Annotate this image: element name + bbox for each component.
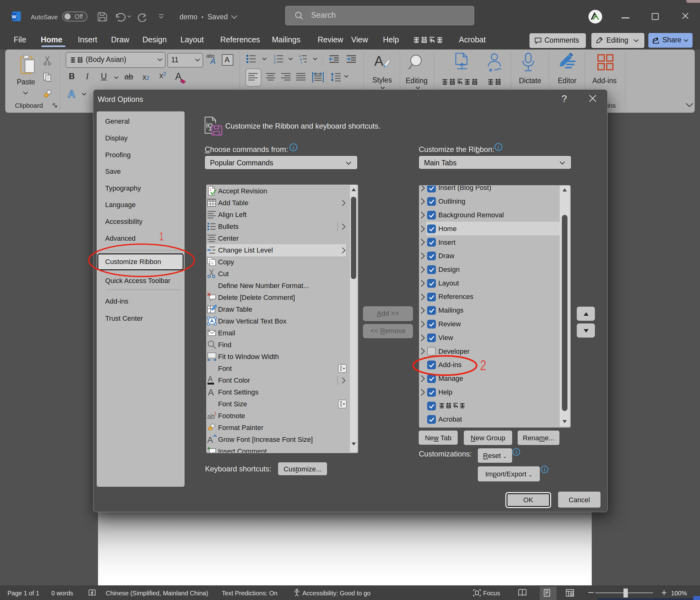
svg-text:1: 1 bbox=[159, 230, 164, 243]
svg-text:2: 2 bbox=[480, 357, 486, 373]
